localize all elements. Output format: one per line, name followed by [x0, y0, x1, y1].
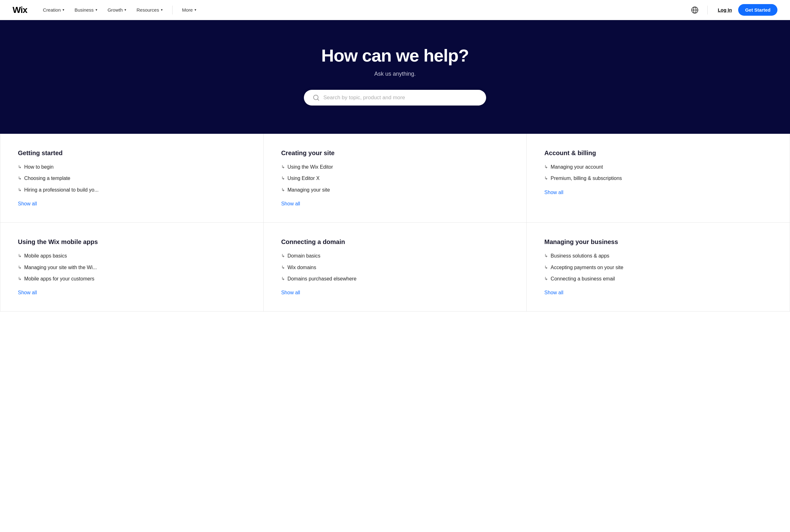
- link-arrow-icon: ↳: [18, 264, 22, 271]
- categories-section: Getting started↳How to begin↳Choosing a …: [0, 134, 790, 311]
- category-title-managing-business: Managing your business: [544, 239, 772, 246]
- list-item: ↳Choosing a template: [18, 175, 246, 182]
- link-arrow-icon: ↳: [18, 187, 22, 193]
- link-text[interactable]: Accepting payments on your site: [551, 264, 623, 271]
- nav-divider: [172, 6, 172, 15]
- category-card-account-billing: Account & billing↳Managing your account↳…: [527, 134, 790, 223]
- link-text[interactable]: Choosing a template: [24, 175, 70, 182]
- list-item: ↳Domains purchased elsewhere: [281, 276, 509, 282]
- category-card-wix-mobile-apps: Using the Wix mobile apps↳Mobile apps ba…: [0, 223, 264, 311]
- link-arrow-icon: ↳: [281, 187, 285, 193]
- category-title-getting-started: Getting started: [18, 150, 246, 157]
- link-text[interactable]: Domains purchased elsewhere: [288, 276, 357, 282]
- list-item: ↳Managing your site: [281, 187, 509, 193]
- list-item: ↳Connecting a business email: [544, 276, 772, 282]
- svg-line-4: [318, 99, 319, 101]
- nav-item-creation[interactable]: Creation ▾: [39, 5, 69, 15]
- list-item: ↳Business solutions & apps: [544, 252, 772, 260]
- show-all-getting-started[interactable]: Show all: [18, 201, 37, 207]
- link-arrow-icon: ↳: [544, 264, 548, 271]
- link-text[interactable]: Hiring a professional to build yo...: [24, 187, 99, 193]
- list-item: ↳Wix domains: [281, 264, 509, 271]
- chevron-down-icon: ▾: [62, 8, 65, 12]
- search-bar: [304, 90, 486, 106]
- navbar: Wix Creation ▾ Business ▾ Growth ▾ Resou…: [0, 0, 790, 20]
- link-arrow-icon: ↳: [18, 276, 22, 282]
- link-text[interactable]: Managing your site: [288, 187, 330, 193]
- category-links-getting-started: ↳How to begin↳Choosing a template↳Hiring…: [18, 164, 246, 193]
- link-text[interactable]: Business solutions & apps: [551, 252, 609, 260]
- category-links-connecting-domain: ↳Domain basics↳Wix domains↳Domains purch…: [281, 252, 509, 282]
- link-text[interactable]: Using Editor X: [288, 175, 319, 182]
- nav-item-resources[interactable]: Resources ▾: [132, 5, 167, 15]
- link-arrow-icon: ↳: [544, 175, 548, 182]
- show-all-creating-your-site[interactable]: Show all: [281, 201, 300, 207]
- link-text[interactable]: Using the Wix Editor: [288, 164, 333, 171]
- category-links-creating-your-site: ↳Using the Wix Editor↳Using Editor X↳Man…: [281, 164, 509, 193]
- list-item: ↳Mobile apps basics: [18, 252, 246, 260]
- nav-links: Creation ▾ Business ▾ Growth ▾ Resources…: [39, 5, 691, 15]
- category-card-connecting-domain: Connecting a domain↳Domain basics↳Wix do…: [264, 223, 527, 311]
- category-links-account-billing: ↳Managing your account↳Premium, billing …: [544, 164, 772, 182]
- category-title-wix-mobile-apps: Using the Wix mobile apps: [18, 239, 246, 246]
- show-all-account-billing[interactable]: Show all: [544, 190, 563, 195]
- list-item: ↳Using the Wix Editor: [281, 164, 509, 171]
- svg-point-3: [314, 95, 318, 100]
- hero-subtitle: Ask us anything.: [13, 71, 777, 77]
- show-all-connecting-domain[interactable]: Show all: [281, 290, 300, 296]
- category-title-connecting-domain: Connecting a domain: [281, 239, 509, 246]
- chevron-down-icon: ▾: [161, 8, 163, 12]
- chevron-down-icon: ▾: [95, 8, 97, 12]
- list-item: ↳Managing your account: [544, 164, 772, 171]
- show-all-wix-mobile-apps[interactable]: Show all: [18, 290, 37, 296]
- link-arrow-icon: ↳: [18, 253, 22, 259]
- list-item: ↳Using Editor X: [281, 175, 509, 182]
- link-arrow-icon: ↳: [281, 164, 285, 170]
- category-title-account-billing: Account & billing: [544, 150, 772, 157]
- link-text[interactable]: Domain basics: [288, 252, 320, 260]
- list-item: ↳Accepting payments on your site: [544, 264, 772, 271]
- link-arrow-icon: ↳: [281, 175, 285, 182]
- link-arrow-icon: ↳: [18, 164, 22, 170]
- list-item: ↳Premium, billing & subscriptions: [544, 175, 772, 182]
- navbar-actions: Log In Get Started: [691, 4, 777, 16]
- nav-item-business[interactable]: Business ▾: [70, 5, 102, 15]
- link-text[interactable]: Mobile apps for your customers: [24, 276, 94, 282]
- search-icon: [313, 94, 319, 101]
- nav-item-growth[interactable]: Growth ▾: [103, 5, 131, 15]
- category-card-getting-started: Getting started↳How to begin↳Choosing a …: [0, 134, 264, 223]
- link-arrow-icon: ↳: [281, 264, 285, 271]
- nav-item-more[interactable]: More ▾: [178, 5, 201, 15]
- chevron-down-icon: ▾: [125, 8, 126, 12]
- category-links-managing-business: ↳Business solutions & apps↳Accepting pay…: [544, 252, 772, 282]
- link-arrow-icon: ↳: [544, 253, 548, 259]
- list-item: ↳Mobile apps for your customers: [18, 276, 246, 282]
- get-started-button[interactable]: Get Started: [738, 4, 777, 16]
- link-text[interactable]: Connecting a business email: [551, 276, 615, 282]
- link-text[interactable]: Managing your site with the Wi...: [24, 264, 97, 271]
- link-arrow-icon: ↳: [281, 276, 285, 282]
- list-item: ↳Managing your site with the Wi...: [18, 264, 246, 271]
- category-card-managing-business: Managing your business↳Business solution…: [527, 223, 790, 311]
- link-arrow-icon: ↳: [281, 253, 285, 259]
- category-title-creating-your-site: Creating your site: [281, 150, 509, 157]
- link-text[interactable]: Wix domains: [288, 264, 316, 271]
- link-text[interactable]: Premium, billing & subscriptions: [551, 175, 622, 182]
- search-input[interactable]: [323, 95, 477, 101]
- show-all-managing-business[interactable]: Show all: [544, 290, 563, 296]
- list-item: ↳Hiring a professional to build yo...: [18, 187, 246, 193]
- login-button[interactable]: Log In: [716, 5, 733, 15]
- link-arrow-icon: ↳: [544, 164, 548, 170]
- link-text[interactable]: How to begin: [24, 164, 53, 171]
- category-links-wix-mobile-apps: ↳Mobile apps basics↳Managing your site w…: [18, 252, 246, 282]
- brand-logo[interactable]: Wix: [13, 5, 27, 15]
- link-arrow-icon: ↳: [544, 276, 548, 282]
- globe-icon[interactable]: [691, 6, 699, 14]
- link-text[interactable]: Managing your account: [551, 164, 603, 171]
- link-text[interactable]: Mobile apps basics: [24, 252, 67, 260]
- categories-grid: Getting started↳How to begin↳Choosing a …: [0, 134, 790, 311]
- link-arrow-icon: ↳: [18, 175, 22, 182]
- category-card-creating-your-site: Creating your site↳Using the Wix Editor↳…: [264, 134, 527, 223]
- chevron-down-icon: ▾: [195, 8, 197, 12]
- list-item: ↳How to begin: [18, 164, 246, 171]
